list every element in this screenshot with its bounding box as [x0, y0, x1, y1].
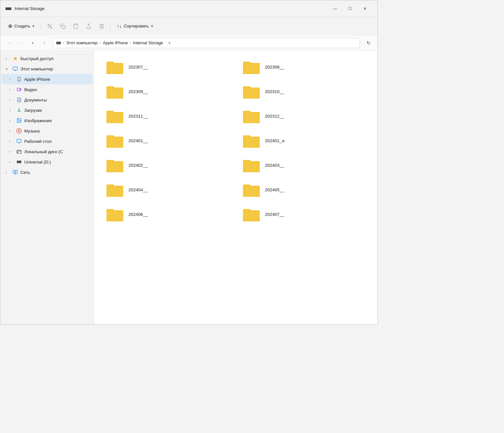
- sidebar-item-label-this-computer: Этот компьютер: [20, 67, 53, 71]
- network-arrow-icon: ›: [5, 171, 10, 174]
- main-panel: 202307__ 202308__: [94, 51, 378, 324]
- share-button[interactable]: [83, 20, 94, 32]
- folder-label: 202311__: [128, 114, 148, 119]
- address-bar[interactable]: › Этот компьютер › Apple iPhone › Intern…: [53, 38, 360, 48]
- folder-item-f5[interactable]: 202311__: [102, 105, 233, 127]
- address-chevron-icon: ∨: [168, 41, 171, 45]
- sidebar-item-apple-iphone[interactable]: › Apple iPhone: [2, 74, 93, 84]
- up-button[interactable]: ↑: [39, 38, 49, 48]
- images-arrow-icon: ›: [9, 119, 14, 122]
- titlebar: Internal Storage — ☐ ✕: [0, 0, 378, 17]
- address-part-storage: Internal Storage: [133, 40, 163, 45]
- folder-icon: [242, 84, 260, 99]
- minimize-button[interactable]: —: [328, 4, 343, 14]
- folder-item-f8[interactable]: 202401_a: [238, 130, 370, 152]
- svg-rect-22: [13, 170, 17, 173]
- sidebar-item-desktop[interactable]: › Рабочий стол: [2, 136, 93, 146]
- folder-item-f13[interactable]: 202406__: [102, 203, 233, 225]
- computer-icon: [12, 66, 18, 72]
- svg-rect-4: [62, 25, 65, 28]
- folder-item-f10[interactable]: 202403__: [238, 154, 370, 176]
- navbar: ← → ∨ ↑ › Этот компьютер › Apple iPhone …: [0, 35, 378, 51]
- documents-arrow-icon: ›: [9, 98, 14, 102]
- maximize-button[interactable]: ☐: [343, 4, 357, 14]
- universal-disk-icon: [16, 159, 22, 165]
- sidebar-item-local-disk[interactable]: › Локальный диск (C: [2, 146, 93, 157]
- window-title: Internal Storage: [15, 6, 328, 11]
- this-computer-arrow-icon: ∨: [5, 67, 10, 71]
- sidebar-item-video[interactable]: › Видео: [2, 84, 93, 95]
- close-button[interactable]: ✕: [357, 4, 372, 14]
- paste-button[interactable]: [70, 20, 82, 32]
- video-arrow-icon: ›: [9, 88, 14, 91]
- quick-access-arrow-icon: ›: [5, 57, 10, 60]
- toolbar-separator-1: [41, 22, 41, 30]
- sidebar-item-network[interactable]: › Сеть: [2, 167, 93, 177]
- create-button[interactable]: ⊕ Создать ∨: [4, 20, 38, 32]
- address-expand-button[interactable]: ∨: [165, 38, 174, 48]
- folder-item-f9[interactable]: 202402__: [102, 154, 233, 176]
- downloads-icon: [16, 107, 22, 113]
- folder-item-f6[interactable]: 202312__: [238, 105, 370, 127]
- svg-marker-11: [20, 89, 21, 90]
- folder-icon: [242, 157, 260, 173]
- folder-item-f1[interactable]: 202307__: [102, 56, 233, 78]
- sidebar-item-music[interactable]: › Музыка: [2, 126, 93, 136]
- folder-icon: [106, 59, 124, 75]
- folder-item-f12[interactable]: 202405__: [238, 179, 370, 201]
- toolbar-separator-2: [110, 22, 110, 30]
- refresh-button[interactable]: ↻: [363, 38, 374, 48]
- folder-item-f7[interactable]: 202401__: [102, 130, 233, 152]
- sidebar-item-documents[interactable]: › Документы: [2, 95, 93, 105]
- copy-button[interactable]: [57, 20, 69, 32]
- svg-rect-18: [17, 139, 21, 142]
- sidebar-item-label-video: Видео: [24, 87, 37, 92]
- folder-label: 202402__: [128, 163, 148, 168]
- folder-icon: [106, 182, 124, 197]
- folder-label: 202406__: [128, 212, 148, 217]
- folder-icon: [106, 108, 124, 124]
- sidebar-item-this-computer[interactable]: ∨ Этот компьютер: [2, 64, 93, 74]
- svg-rect-10: [17, 88, 20, 91]
- back-button[interactable]: ←: [4, 38, 15, 48]
- back-arrow-icon: ←: [7, 40, 12, 46]
- folder-item-f4[interactable]: 202310__: [238, 80, 370, 102]
- sidebar-item-label-desktop: Рабочий стол: [24, 139, 52, 144]
- folder-item-f3[interactable]: 202309__: [102, 80, 233, 102]
- svg-point-23: [15, 171, 16, 173]
- sidebar-item-universal[interactable]: › Universal (D:): [2, 157, 93, 167]
- folder-icon: [106, 157, 124, 173]
- folder-item-f2[interactable]: 202308__: [238, 56, 370, 78]
- up-arrow-icon: ↑: [43, 40, 46, 46]
- create-plus-icon: ⊕: [8, 23, 12, 29]
- sidebar-item-downloads[interactable]: › Загрузки: [2, 105, 93, 115]
- sidebar-item-images[interactable]: › Изображения: [2, 115, 93, 126]
- music-arrow-icon: ›: [9, 129, 14, 133]
- sidebar-item-quick-access[interactable]: › ★ Быстрый доступ: [2, 53, 93, 64]
- sidebar-item-label-images: Изображения: [24, 118, 52, 123]
- toolbar: ⊕ Создать ∨ ↑↓ Сортировать ∨: [0, 17, 378, 35]
- svg-point-9: [19, 80, 19, 80]
- downloads-arrow-icon: ›: [9, 109, 14, 112]
- delete-button[interactable]: [96, 20, 107, 32]
- cut-button[interactable]: [44, 20, 56, 32]
- dropdown-recent-button[interactable]: ∨: [27, 38, 38, 48]
- folder-label: 202403__: [265, 163, 284, 168]
- forward-button[interactable]: →: [16, 38, 26, 48]
- sidebar: › ★ Быстрый доступ ∨ Этот компьютер › Ap…: [0, 51, 94, 324]
- create-chevron-icon: ∨: [32, 24, 35, 28]
- documents-icon: [16, 97, 22, 103]
- folder-label: 202309__: [128, 89, 148, 94]
- local-disk-arrow-icon: ›: [9, 150, 14, 153]
- desktop-arrow-icon: ›: [9, 140, 14, 143]
- folder-item-f11[interactable]: 202404__: [102, 179, 233, 201]
- universal-arrow-icon: ›: [9, 160, 14, 164]
- star-icon: ★: [12, 55, 18, 62]
- content-area: › ★ Быстрый доступ ∨ Этот компьютер › Ap…: [0, 51, 378, 324]
- sort-label: Сортировать: [124, 24, 149, 28]
- images-icon: [16, 117, 22, 124]
- folder-item-f14[interactable]: 202407__: [238, 203, 370, 225]
- sort-icon: ↑↓: [117, 23, 122, 29]
- folder-icon: [242, 108, 260, 124]
- sort-button[interactable]: ↑↓ Сортировать ∨: [113, 20, 157, 32]
